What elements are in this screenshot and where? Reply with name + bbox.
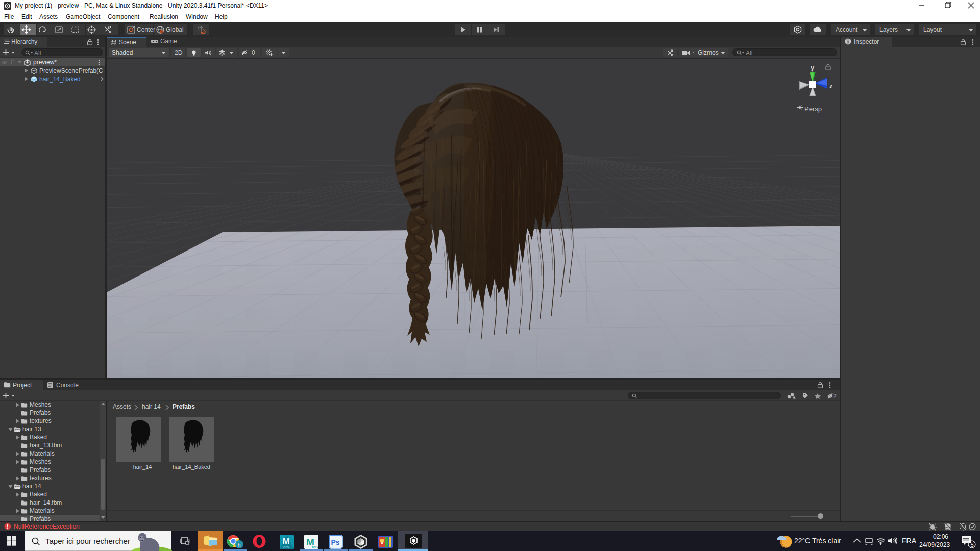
svg-text:5: 5 <box>971 542 974 548</box>
svg-text:y: y <box>811 64 815 71</box>
svg-text:2: 2 <box>833 393 837 400</box>
svg-text:BMV: BMV <box>312 545 318 548</box>
svg-text:AYA: AYA <box>283 545 289 548</box>
svg-text:z: z <box>829 82 833 90</box>
svg-text:Ps: Ps <box>331 538 340 546</box>
svg-text:h: h <box>238 542 241 548</box>
svg-text:Persp: Persp <box>804 105 822 113</box>
